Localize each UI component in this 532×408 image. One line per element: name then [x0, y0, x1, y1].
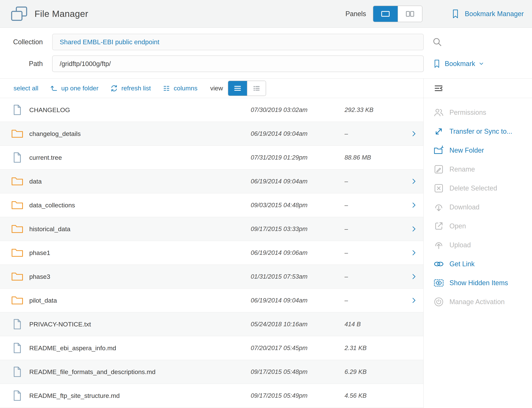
file-row[interactable]: changelog_details 06/19/2014 09:04am –: [0, 122, 423, 146]
action-menu: Permissions Transfer or Sync to... New F…: [424, 98, 532, 311]
file-icon: [11, 390, 23, 401]
file-date: 09/17/2015 05:49pm: [251, 392, 345, 399]
file-type-icon-cell: [10, 270, 24, 283]
chevron-right-icon[interactable]: [405, 368, 423, 375]
file-row[interactable]: pilot_data 06/19/2014 09:04am –: [0, 289, 423, 312]
action-open: Open: [434, 217, 532, 236]
file-size: –: [345, 273, 405, 280]
upload-icon: [434, 240, 444, 250]
file-name: changelog_details: [29, 130, 251, 137]
dual-panel-icon: [404, 9, 416, 19]
permissions-icon: [434, 107, 444, 118]
file-icon: [11, 152, 23, 163]
chevron-right-icon[interactable]: [405, 344, 423, 352]
file-type-icon-cell: [10, 366, 24, 378]
file-size: –: [345, 249, 405, 256]
bookmark-dropdown[interactable]: Bookmark: [432, 59, 484, 68]
file-type-icon-cell: [10, 294, 24, 306]
file-size: 2.31 KB: [345, 344, 405, 352]
file-list-pane: select all up one folder refresh list co…: [0, 78, 423, 408]
path-input[interactable]: [52, 56, 424, 72]
collection-input[interactable]: [52, 34, 424, 50]
bookmark-manager-link[interactable]: Bookmark Manager: [451, 9, 524, 19]
file-size: 4.56 KB: [345, 392, 405, 399]
file-row[interactable]: README_ebi_aspera_info.md 07/20/2017 05:…: [0, 336, 423, 360]
chevron-right-icon[interactable]: [405, 297, 423, 304]
file-list-toolbar: select all up one folder refresh list co…: [0, 78, 423, 98]
file-row[interactable]: PRIVACY-NOTICE.txt 05/24/2018 10:16am 41…: [0, 312, 423, 336]
search-icon[interactable]: [432, 37, 442, 47]
file-size: –: [345, 130, 405, 137]
chevron-right-icon[interactable]: [405, 178, 423, 185]
action-eye[interactable]: Show Hidden Items: [434, 273, 532, 292]
file-row[interactable]: data 06/19/2014 09:04am –: [0, 170, 423, 193]
bookmark-manager-label: Bookmark Manager: [465, 10, 524, 18]
action-upload: Upload: [434, 236, 532, 255]
file-name: pilot_data: [29, 297, 251, 304]
file-row[interactable]: phase3 01/31/2015 07:53am –: [0, 265, 423, 289]
delete-icon: [434, 183, 444, 193]
file-row[interactable]: data_collections 09/03/2015 04:48pm –: [0, 193, 423, 217]
action-new-folder[interactable]: New Folder: [434, 141, 532, 160]
endpoint-fields: Collection Path Bookmark: [0, 28, 532, 78]
file-type-icon-cell: [10, 223, 24, 235]
file-type-icon-cell: [10, 175, 24, 187]
action-transfer[interactable]: Transfer or Sync to...: [434, 122, 532, 141]
chevron-right-icon[interactable]: [405, 225, 423, 233]
select-all-button[interactable]: select all: [14, 85, 38, 92]
chevron-right-icon[interactable]: [405, 154, 423, 161]
link-icon: [434, 259, 444, 269]
chevron-right-icon[interactable]: [405, 130, 423, 137]
chevron-right-icon[interactable]: [405, 392, 423, 399]
chevron-right-icon[interactable]: [405, 201, 423, 209]
panels-toggle: [373, 6, 422, 22]
file-size: 6.29 KB: [345, 368, 405, 375]
columns-button[interactable]: columns: [163, 84, 198, 92]
single-panel-button[interactable]: [373, 6, 398, 22]
file-type-icon-cell: [10, 104, 24, 116]
file-name: data_collections: [29, 202, 251, 209]
select-all-label: select all: [14, 85, 38, 92]
file-row[interactable]: historical_data 09/17/2015 03:33pm –: [0, 217, 423, 241]
file-row[interactable]: README_file_formats_and_descriptions.md …: [0, 360, 423, 384]
file-icon: [11, 104, 23, 116]
action-permissions: Permissions: [434, 103, 532, 122]
chevron-right-icon[interactable]: [405, 106, 423, 114]
rename-icon: [434, 164, 444, 174]
file-date: 07/20/2017 05:45pm: [251, 344, 345, 352]
path-row: Path Bookmark: [5, 56, 532, 72]
file-date: 09/17/2015 05:48pm: [251, 368, 345, 375]
sidebar-top: [424, 78, 532, 98]
refresh-icon: [110, 84, 118, 92]
new-folder-icon: [434, 145, 444, 155]
list-view-button[interactable]: [228, 81, 247, 96]
chevron-right-icon[interactable]: [405, 320, 423, 328]
file-row[interactable]: current.tree 07/31/2019 01:29pm 88.86 MB: [0, 146, 423, 170]
file-size: –: [345, 297, 405, 304]
file-icon: [11, 318, 23, 330]
folder-icon: [11, 175, 24, 187]
chevron-down-icon: [479, 61, 484, 67]
file-name: README_ebi_aspera_info.md: [29, 344, 251, 352]
file-name: historical_data: [29, 225, 251, 233]
action-delete: Delete Selected: [434, 179, 532, 198]
transfer-icon: [434, 126, 444, 136]
file-date: 06/19/2014 09:04am: [251, 130, 345, 137]
action-link[interactable]: Get Link: [434, 255, 532, 273]
detail-view-button[interactable]: [247, 81, 266, 96]
chevron-right-icon[interactable]: [405, 249, 423, 256]
file-row[interactable]: phase1 06/19/2014 09:06am –: [0, 241, 423, 265]
file-name: phase3: [29, 273, 251, 280]
refresh-list-button[interactable]: refresh list: [110, 84, 151, 92]
dual-panel-button[interactable]: [398, 6, 422, 22]
file-row[interactable]: CHANGELOG 07/30/2019 03:02am 292.33 KB: [0, 98, 423, 122]
panels-label: Panels: [345, 10, 366, 18]
file-row[interactable]: README_ftp_site_structure.md 09/17/2015 …: [0, 384, 423, 408]
file-size: 88.86 MB: [345, 154, 405, 161]
up-one-folder-button[interactable]: up one folder: [50, 84, 98, 92]
power-icon: [434, 297, 444, 307]
collection-row: Collection: [5, 34, 532, 50]
chevron-right-icon[interactable]: [405, 273, 423, 280]
collapse-panel-icon[interactable]: [434, 84, 443, 93]
file-date: 09/03/2015 04:48pm: [251, 202, 345, 209]
